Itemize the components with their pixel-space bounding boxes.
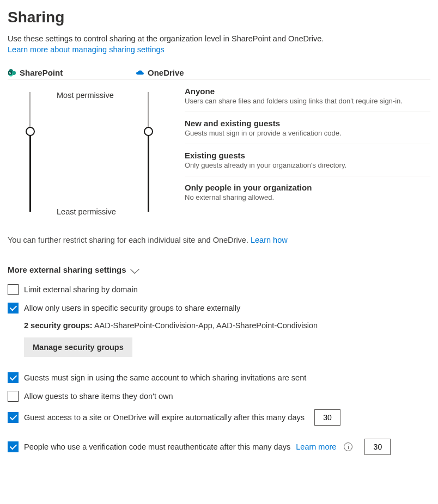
checkbox-limit-domain[interactable]: [8, 284, 19, 295]
page-title: Sharing: [8, 9, 430, 26]
setting-allow-guests-share: Allow guests to share items they don't o…: [8, 391, 430, 402]
onedrive-label: OneDrive: [148, 68, 184, 77]
sharing-levels: Anyone Users can share files and folders…: [185, 80, 430, 222]
setting-verification-reauth: People who use a verification code must …: [8, 439, 430, 455]
checkbox-guest-access-expire[interactable]: [8, 412, 19, 423]
manage-security-groups-button[interactable]: Manage security groups: [24, 337, 132, 357]
level-desc: No external sharing allowed.: [185, 193, 430, 201]
level-title: Existing guests: [185, 151, 430, 160]
most-permissive-label: Most permissive: [57, 91, 114, 100]
level-org-only: Only people in your organization No exte…: [185, 176, 430, 208]
product-header: S SharePoint OneDrive: [8, 68, 430, 80]
reauth-learn-more-link[interactable]: Learn more: [296, 442, 336, 451]
setting-guest-access-expire: Guest access to a site or OneDrive will …: [8, 409, 430, 426]
security-groups-block: 2 security groups: AAD-SharePoint-Condiv…: [24, 321, 430, 357]
onedrive-slider[interactable]: [136, 80, 185, 222]
level-desc: Users can share files and folders using …: [185, 97, 430, 105]
sharepoint-slider[interactable]: [8, 80, 46, 222]
security-groups-count: 2 security groups:: [24, 321, 93, 330]
permissiveness-labels: Most permissive Least permissive: [46, 80, 136, 222]
intro-text: Use these settings to control sharing at…: [8, 34, 324, 43]
reauth-days-input[interactable]: [364, 439, 391, 455]
learn-more-link[interactable]: Learn more about managing sharing settin…: [8, 45, 165, 54]
info-icon[interactable]: i: [344, 442, 352, 451]
level-anyone: Anyone Users can share files and folders…: [185, 80, 430, 112]
guest-access-days-input[interactable]: [314, 409, 340, 426]
setting-label: Allow guests to share items they don't o…: [24, 392, 173, 401]
onedrive-column-header: OneDrive: [136, 68, 201, 77]
setting-label: Guests must sign in using the same accou…: [24, 373, 306, 382]
intro-block: Use these settings to control sharing at…: [8, 34, 430, 55]
more-settings-toggle[interactable]: More external sharing settings: [8, 265, 430, 274]
setting-label: People who use a verification code must …: [24, 442, 290, 451]
sharepoint-label: SharePoint: [20, 68, 63, 77]
setting-label: Limit external sharing by domain: [24, 285, 138, 294]
checkbox-guests-same-account[interactable]: [8, 372, 19, 383]
restrict-text: You can further restrict sharing for eac…: [8, 236, 251, 244]
more-settings-label: More external sharing settings: [8, 265, 126, 274]
level-title: New and existing guests: [185, 119, 430, 128]
sharepoint-icon: S: [8, 69, 16, 77]
restrict-note: You can further restrict sharing for eac…: [8, 236, 430, 244]
sharepoint-column-header: S SharePoint: [8, 68, 136, 77]
least-permissive-label: Least permissive: [57, 207, 116, 216]
onedrive-slider-thumb[interactable]: [144, 127, 153, 136]
level-desc: Guests must sign in or provide a verific…: [185, 129, 430, 137]
level-existing-guests: Existing guests Only guests already in y…: [185, 144, 430, 176]
level-title: Only people in your organization: [185, 183, 430, 192]
setting-label: Guest access to a site or OneDrive will …: [24, 413, 305, 422]
security-groups-line: 2 security groups: AAD-SharePoint-Condiv…: [24, 321, 430, 330]
setting-guests-same-account: Guests must sign in using the same accou…: [8, 372, 430, 383]
checkbox-allow-guests-share[interactable]: [8, 391, 19, 402]
level-desc: Only guests already in your organization…: [185, 161, 430, 169]
learn-how-link[interactable]: Learn how: [251, 236, 288, 244]
security-groups-list: AAD-SharePoint-Condivision-App, AAD-Shar…: [94, 321, 318, 330]
more-settings-list: Limit external sharing by domain Allow o…: [8, 284, 430, 455]
chevron-down-icon: [130, 265, 139, 274]
slider-area: Most permissive Least permissive Anyone …: [8, 80, 430, 222]
setting-limit-domain: Limit external sharing by domain: [8, 284, 430, 295]
checkbox-allow-groups[interactable]: [8, 303, 19, 314]
level-new-existing-guests: New and existing guests Guests must sign…: [185, 112, 430, 144]
sharepoint-slider-thumb[interactable]: [26, 127, 35, 136]
setting-label: Allow only users in specific security gr…: [24, 304, 240, 312]
checkbox-verification-reauth[interactable]: [8, 441, 19, 452]
onedrive-icon: [136, 69, 144, 77]
level-title: Anyone: [185, 87, 430, 96]
setting-allow-groups: Allow only users in specific security gr…: [8, 303, 430, 314]
